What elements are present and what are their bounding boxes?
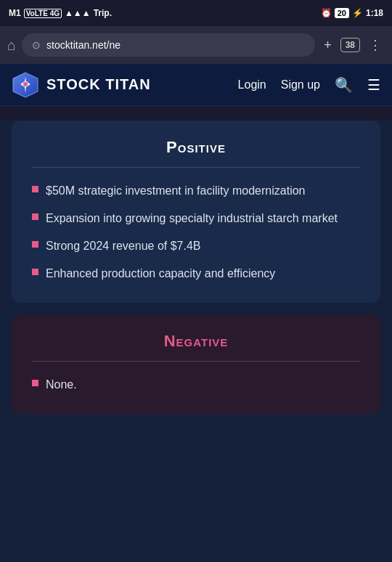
home-button[interactable]: ⌂: [7, 37, 16, 54]
bullet-icon: [32, 186, 38, 192]
bullet-icon: [32, 269, 38, 275]
address-bar[interactable]: ⊙ stocktitan.net/ne: [22, 33, 315, 57]
list-item: Enhanced production capacity and efficie…: [32, 265, 360, 282]
login-link[interactable]: Login: [238, 78, 266, 91]
negative-divider: [32, 361, 360, 362]
battery-indicator: 20: [335, 8, 349, 18]
positive-card: Positive $50M strategic investment in fa…: [12, 121, 380, 303]
positive-item-2: Expansion into growing specialty industr…: [46, 210, 338, 227]
negative-card-title: Negative: [32, 332, 360, 351]
negative-list: None.: [32, 376, 360, 394]
bullet-icon: [32, 241, 38, 248]
address-text: stocktitan.net/ne: [46, 39, 121, 51]
navbar: STOCK TITAN Login Sign up 🔍 ☰: [0, 64, 392, 106]
search-icon[interactable]: 🔍: [335, 76, 353, 94]
charging-icon: ⚡: [352, 8, 363, 18]
list-item: Expansion into growing specialty industr…: [32, 210, 360, 227]
navbar-links: Login Sign up 🔍 ☰: [238, 76, 380, 94]
bullet-icon: [32, 380, 38, 386]
brand-container: STOCK TITAN: [12, 71, 151, 99]
browser-menu-button[interactable]: ⋮: [366, 34, 385, 56]
list-item: None.: [32, 376, 360, 394]
signup-link[interactable]: Sign up: [281, 78, 320, 91]
status-left: M1 VoLTE 4G ▲▲▲ Trip.: [9, 8, 112, 18]
positive-item-3: Strong 2024 revenue of $7.4B: [46, 237, 201, 255]
status-bar: M1 VoLTE 4G ▲▲▲ Trip. ⏰ 20 ⚡ 1:18: [0, 0, 392, 26]
positive-item-4: Enhanced production capacity and efficie…: [46, 265, 275, 282]
positive-list: $50M strategic investment in facility mo…: [32, 182, 360, 282]
brand-name-label: STOCK TITAN: [46, 76, 151, 93]
address-bar-icon: ⊙: [32, 39, 41, 51]
negative-card: Negative None.: [12, 314, 380, 414]
list-item: Strong 2024 revenue of $7.4B: [32, 237, 360, 255]
list-item: $50M strategic investment in facility mo…: [32, 182, 360, 200]
carrier-label: M1: [9, 8, 21, 18]
positive-divider: [32, 167, 360, 168]
menu-icon[interactable]: ☰: [367, 76, 380, 94]
negative-item-1: None.: [46, 376, 77, 394]
alarm-icon: ⏰: [321, 8, 332, 18]
status-right: ⏰ 20 ⚡ 1:18: [321, 8, 383, 18]
wifi-label: Trip.: [94, 8, 112, 18]
svg-point-2: [23, 82, 28, 86]
positive-item-1: $50M strategic investment in facility mo…: [46, 182, 306, 200]
new-tab-button[interactable]: +: [321, 35, 335, 56]
bullet-icon: [32, 213, 38, 220]
main-content: Positive $50M strategic investment in fa…: [0, 121, 392, 562]
volte-label: VoLTE 4G: [24, 9, 62, 18]
signal-bars: ▲▲▲: [65, 8, 91, 18]
positive-card-title: Positive: [32, 138, 360, 157]
time-display: 1:18: [366, 8, 383, 18]
browser-chrome: ⌂ ⊙ stocktitan.net/ne + 38 ⋮: [0, 26, 392, 64]
brand-logo-icon: [12, 71, 39, 99]
tabs-count-badge[interactable]: 38: [340, 38, 360, 52]
